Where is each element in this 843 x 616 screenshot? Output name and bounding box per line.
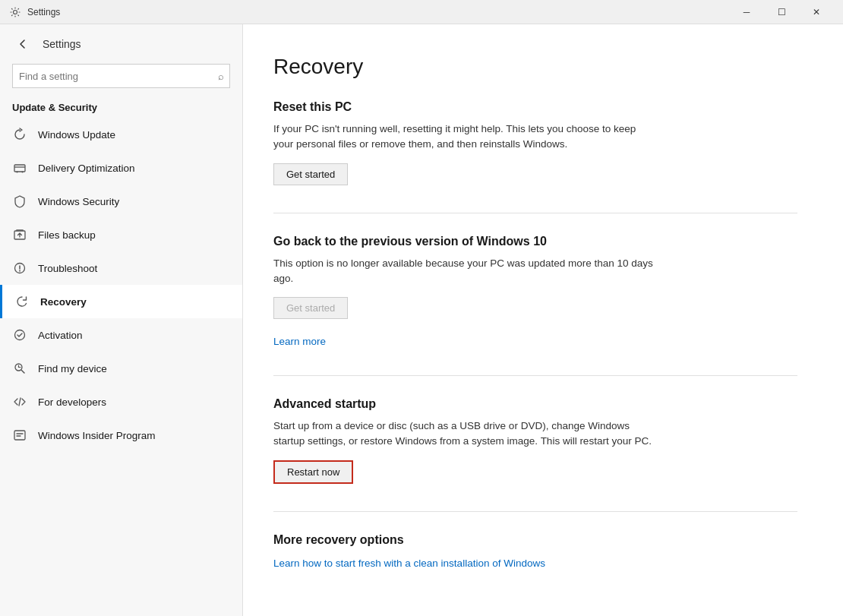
search-icon: ⌕ xyxy=(218,71,224,82)
advanced-startup-title: Advanced startup xyxy=(273,397,797,411)
divider-3 xyxy=(273,511,797,512)
sidebar-item-troubleshoot[interactable]: Troubleshoot xyxy=(0,251,242,285)
more-recovery-title: More recovery options xyxy=(273,533,797,547)
sidebar: Settings ⌕ Update & Security Windows Upd… xyxy=(0,24,243,616)
delivery-icon xyxy=(12,160,27,175)
insider-icon xyxy=(12,428,27,443)
section-more-recovery: More recovery options Learn how to start… xyxy=(273,533,797,570)
sidebar-item-windows-update[interactable]: Windows Update xyxy=(0,118,242,151)
advanced-startup-desc: Start up from a device or disc (such as … xyxy=(273,419,653,450)
section-go-back: Go back to the previous version of Windo… xyxy=(273,235,797,349)
section-advanced-startup: Advanced startup Start up from a device … xyxy=(273,397,797,484)
go-back-title: Go back to the previous version of Windo… xyxy=(273,235,797,248)
sidebar-app-title: Settings xyxy=(43,38,81,50)
search-input[interactable] xyxy=(12,64,230,88)
sidebar-item-troubleshoot-label: Troubleshoot xyxy=(38,263,97,274)
svg-point-0 xyxy=(14,10,17,14)
section-reset-pc: Reset this PC If your PC isn't running w… xyxy=(273,100,797,185)
main-content: Recovery Reset this PC If your PC isn't … xyxy=(243,24,843,616)
app-body: Settings ⌕ Update & Security Windows Upd… xyxy=(0,24,843,616)
close-button[interactable]: ✕ xyxy=(799,0,834,24)
clean-install-link[interactable]: Learn how to start fresh with a clean in… xyxy=(273,558,545,569)
restart-now-button[interactable]: Restart now xyxy=(273,460,353,484)
minimize-button[interactable]: ─ xyxy=(729,0,764,24)
sidebar-item-backup-label: Files backup xyxy=(38,229,96,241)
svg-rect-8 xyxy=(14,431,25,440)
sidebar-item-activation[interactable]: Activation xyxy=(0,318,242,352)
svg-point-3 xyxy=(22,172,24,173)
divider-2 xyxy=(273,375,797,376)
svg-rect-1 xyxy=(14,165,25,172)
troubleshoot-icon xyxy=(12,261,27,276)
recovery-icon xyxy=(14,294,30,309)
sidebar-item-activation-label: Activation xyxy=(38,330,83,341)
back-button[interactable] xyxy=(12,33,33,55)
app-title: Settings xyxy=(27,7,729,17)
maximize-button[interactable]: ☐ xyxy=(764,0,799,24)
settings-icon xyxy=(9,6,21,18)
sidebar-item-delivery-label: Delivery Optimization xyxy=(38,163,135,174)
page-title: Recovery xyxy=(273,55,797,79)
divider-1 xyxy=(273,213,797,213)
shield-icon xyxy=(12,194,27,209)
reset-pc-desc: If your PC isn't running well, resetting… xyxy=(273,122,653,153)
sidebar-item-files-backup[interactable]: Files backup xyxy=(0,218,242,251)
sidebar-item-developers-label: For developers xyxy=(38,396,106,408)
refresh-icon xyxy=(12,127,27,142)
sidebar-item-insider-label: Windows Insider Program xyxy=(38,430,156,441)
sidebar-item-for-developers[interactable]: For developers xyxy=(0,385,242,419)
go-back-learn-more-link[interactable]: Learn more xyxy=(273,336,326,347)
window-controls: ─ ☐ ✕ xyxy=(729,0,834,24)
find-icon xyxy=(12,361,27,376)
go-back-desc: This option is no longer available becau… xyxy=(273,256,653,287)
sidebar-item-find-device[interactable]: Find my device xyxy=(0,352,242,385)
sidebar-nav-top: Settings xyxy=(0,24,242,64)
sidebar-item-recovery[interactable]: Recovery xyxy=(0,285,242,318)
sidebar-item-delivery-optimization[interactable]: Delivery Optimization xyxy=(0,151,242,185)
sidebar-item-windows-insider[interactable]: Windows Insider Program xyxy=(0,419,242,452)
reset-pc-button[interactable]: Get started xyxy=(273,163,348,185)
sidebar-item-recovery-label: Recovery xyxy=(40,296,87,308)
developers-icon xyxy=(12,394,27,409)
svg-point-2 xyxy=(17,172,18,173)
sidebar-item-find-label: Find my device xyxy=(38,363,107,374)
backup-icon xyxy=(12,227,27,242)
titlebar: Settings ─ ☐ ✕ xyxy=(0,0,843,24)
sidebar-item-security-label: Windows Security xyxy=(38,196,119,207)
svg-point-6 xyxy=(15,330,25,340)
go-back-button[interactable]: Get started xyxy=(273,297,348,319)
reset-pc-title: Reset this PC xyxy=(273,100,797,114)
sidebar-item-windows-update-label: Windows Update xyxy=(38,129,115,141)
activation-icon xyxy=(12,327,27,343)
sidebar-item-windows-security[interactable]: Windows Security xyxy=(0,185,242,218)
search-box: ⌕ xyxy=(12,64,230,88)
sidebar-section-label: Update & Security xyxy=(0,97,242,118)
